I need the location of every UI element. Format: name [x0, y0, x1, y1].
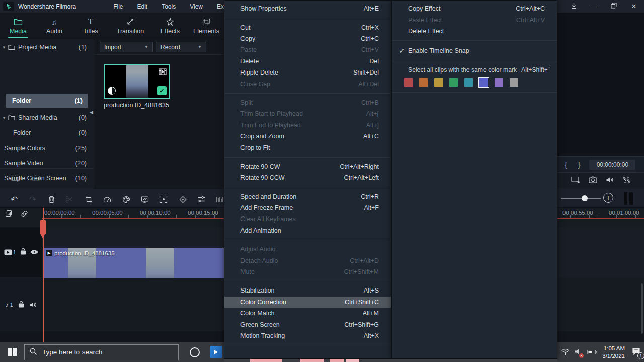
restore-button[interactable] [604, 3, 624, 10]
menu-tools[interactable]: Tools [162, 3, 176, 10]
menu-item-show-properties[interactable]: Show PropertiesAlt+E [224, 3, 391, 14]
battery-icon[interactable] [587, 348, 597, 357]
media-clip-thumbnail[interactable]: ✓ [104, 64, 170, 99]
tab-elements[interactable]: Elements [188, 13, 224, 39]
menu-item-stabilization[interactable]: StabilizationAlt+S [224, 285, 391, 296]
menu-item-crop-to-fit[interactable]: Crop to Fit [224, 142, 391, 153]
display-quality-icon[interactable] [571, 176, 580, 185]
playhead-handle[interactable] [40, 220, 46, 234]
mark-in-icon[interactable]: { [565, 161, 567, 169]
sidebar-item-project-media[interactable]: ▼ Project Media (1) [0, 42, 94, 52]
wifi-icon[interactable] [561, 348, 570, 357]
color-mark-red[interactable] [404, 78, 413, 87]
sidebar-item-folder-selected[interactable]: Folder (1) [6, 94, 88, 108]
color-mark-gray[interactable] [510, 78, 518, 87]
volume-muted-icon[interactable]: ✕ [575, 348, 582, 357]
menu-item-paste-effect[interactable]: Paste EffectCtrl+Alt+V [392, 14, 557, 25]
menu-item-speed-and-duration[interactable]: Speed and DurationCtrl+R [224, 191, 391, 202]
lock-icon[interactable] [18, 301, 24, 310]
zoom-in-icon[interactable]: + [603, 193, 613, 203]
tab-audio[interactable]: ♫ Audio [36, 13, 72, 39]
menu-item-detach-audio[interactable]: Detach AudioCtrl+Alt+D [224, 255, 391, 266]
menu-item-color-correction[interactable]: Color CorrectionCtrl+Shift+C [224, 297, 391, 308]
menu-item-delete[interactable]: DeleteDel [224, 56, 391, 67]
timeline-zoom-slider[interactable] [561, 198, 601, 199]
menu-item-split[interactable]: SplitCtrl+B [224, 97, 391, 108]
export-download-icon[interactable] [564, 3, 584, 11]
speaker-icon[interactable] [30, 301, 37, 310]
collapse-panel-arrow[interactable]: ◀ [90, 110, 93, 115]
import-dropdown[interactable]: Import ▼ [100, 42, 153, 52]
notification-center-icon[interactable]: 1 [632, 347, 641, 357]
menu-item-close-gap[interactable]: Close GapAlt+Del [224, 78, 391, 89]
tab-transition[interactable]: Transition [109, 13, 152, 39]
color-mark-green[interactable] [449, 78, 458, 87]
menu-item-crop-and-zoom[interactable]: Crop and ZoomAlt+C [224, 131, 391, 142]
crop-icon[interactable] [83, 193, 95, 205]
menu-item-green-screen[interactable]: Green ScreenCtrl+Shift+G [224, 319, 391, 330]
adjust-sliders-icon[interactable] [195, 193, 207, 205]
tab-effects[interactable]: Effects [152, 13, 188, 39]
paste-board-icon[interactable] [5, 210, 13, 220]
color-mark-yellow[interactable] [434, 78, 443, 87]
start-button[interactable] [0, 342, 24, 362]
menu-view[interactable]: View [190, 3, 203, 10]
color-mark-orange[interactable] [419, 78, 428, 87]
taskbar-clock[interactable]: 1:05 AM 3/1/2021 [602, 345, 625, 360]
color-mark-blue[interactable] [479, 78, 488, 87]
menu-item-add-freeze-frame[interactable]: Add Freeze FrameAlt+F [224, 202, 391, 213]
delete-folder-icon[interactable] [31, 174, 40, 183]
snapshot-camera-icon[interactable] [589, 176, 597, 185]
close-button[interactable]: ✕ [624, 3, 644, 10]
menu-item-ripple-delete[interactable]: Ripple DeleteShift+Del [224, 67, 391, 78]
tab-media[interactable]: Media [0, 13, 36, 39]
color-mark-teal[interactable] [464, 78, 473, 87]
timeline-scrollbar[interactable] [641, 283, 643, 334]
speed-icon[interactable] [101, 193, 113, 205]
link-icon[interactable] [20, 210, 29, 220]
preview-timecode[interactable]: 00:00:00:00 [589, 160, 635, 170]
taskbar-search-input[interactable]: Type here to search [24, 344, 179, 360]
eye-visibility-icon[interactable] [30, 248, 38, 257]
record-dropdown[interactable]: Record ▼ [156, 42, 206, 52]
minimize-button[interactable]: — [584, 3, 604, 10]
menu-item-motion-tracking[interactable]: Motion TrackingAlt+X [224, 330, 391, 341]
menu-item-delete-effect[interactable]: Delete Effect [392, 26, 557, 37]
expand-arrow-icon[interactable]: ▼ [0, 45, 8, 50]
menu-item-rotate-90-ccw[interactable]: Rotate 90 CCWCtrl+Alt+Left [224, 172, 391, 183]
undo-icon[interactable]: ↶ [8, 193, 20, 205]
menu-item-copy[interactable]: CopyCtrl+C [224, 33, 391, 44]
color-mark-purple[interactable] [495, 78, 503, 87]
sidebar-item-shared-media[interactable]: ▼ Shared Media (0) [0, 113, 94, 123]
menu-item-cut[interactable]: CutCtrl+X [224, 22, 391, 33]
cortana-icon[interactable] [190, 347, 200, 357]
menu-file[interactable]: File [113, 3, 123, 10]
menu-item-enable-timeline-snap[interactable]: ✓ Enable Timeline Snap [392, 44, 557, 57]
menu-item-paste[interactable]: PasteCtrl+V [224, 44, 391, 55]
tab-titles[interactable]: T Titles [72, 13, 109, 39]
delete-trash-icon[interactable] [45, 193, 57, 205]
redo-icon[interactable]: ↷ [27, 193, 39, 205]
fullscreen-icon[interactable] [623, 176, 630, 185]
menu-item-rotate-90-cw[interactable]: Rotate 90 CWCtrl+Alt+Right [224, 161, 391, 172]
menu-item-color-match[interactable]: Color MatchAlt+M [224, 308, 391, 319]
menu-item-add-animation[interactable]: Add Animation [224, 225, 391, 236]
expand-arrow-icon[interactable]: ▼ [0, 116, 8, 120]
sidebar-item-sample-video[interactable]: Sample Video (20) [0, 158, 94, 168]
sidebar-item-sample-colors[interactable]: Sample Colors (25) [0, 143, 94, 153]
sidebar-item-folder2[interactable]: Folder (0) [0, 128, 94, 138]
menu-item-mute[interactable]: MuteCtrl+Shift+M [224, 266, 391, 277]
filmora-taskbar-icon[interactable] [210, 346, 222, 358]
menu-item-clear-all-keyframes[interactable]: Clear All Keyframes [224, 213, 391, 225]
speaker-icon[interactable] [606, 176, 614, 185]
menu-item-copy-effect[interactable]: Copy EffectCtrl+Alt+C [392, 3, 557, 14]
motion-tracking-icon[interactable] [157, 193, 170, 205]
scissors-split-icon[interactable] [63, 193, 75, 205]
zoom-slider-knob[interactable] [582, 195, 588, 201]
render-preview-icon[interactable] [139, 193, 151, 205]
color-palette-icon[interactable] [120, 193, 132, 205]
menu-item-trim-start[interactable]: Trim Start to PlayheadAlt+[ [224, 108, 391, 119]
menu-item-adjust-audio[interactable]: Adjust Audio [224, 244, 391, 255]
keyframe-icon[interactable] [177, 193, 189, 205]
add-folder-icon[interactable] [11, 174, 20, 183]
